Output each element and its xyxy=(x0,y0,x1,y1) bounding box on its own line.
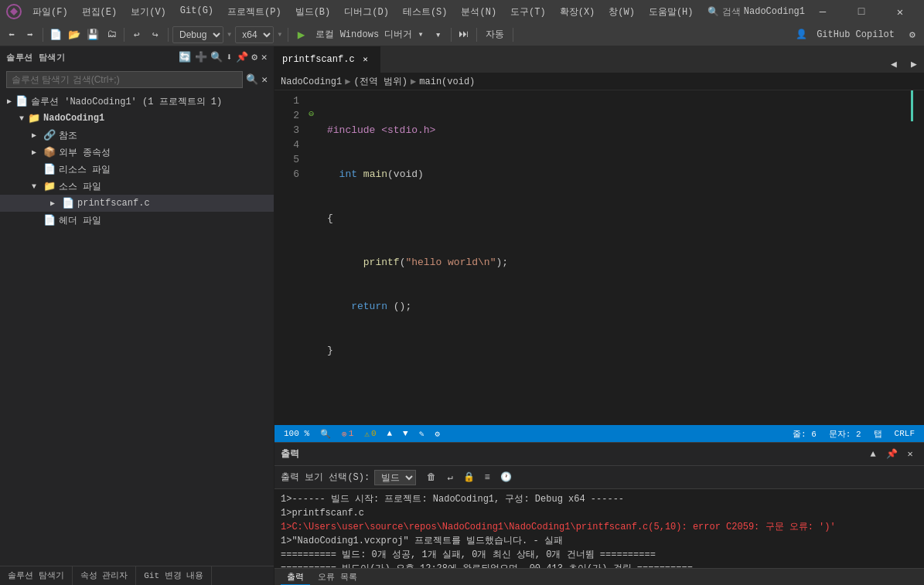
line-num-6: 6 xyxy=(274,167,299,182)
token-return-val: (); xyxy=(387,299,411,314)
error-count[interactable]: ⊗ 1 xyxy=(339,429,356,439)
error-icon: ⊗ xyxy=(342,429,347,439)
output-wrap-btn[interactable]: ↵ xyxy=(442,470,458,485)
run-button[interactable]: ▶ xyxy=(292,26,309,43)
line-num-5: 5 xyxy=(274,152,299,167)
search-status-icon[interactable]: 🔍 xyxy=(317,429,334,439)
output-lock-btn[interactable]: 🔒 xyxy=(461,470,476,485)
vertical-scrollbar[interactable] xyxy=(913,90,924,425)
menu-build[interactable]: 빌드(B) xyxy=(289,4,337,20)
separator-4 xyxy=(288,28,288,42)
copilot-button[interactable]: GitHub Copilot xyxy=(810,26,901,43)
references-node[interactable]: ▶ 🔗 참조 xyxy=(0,127,274,144)
close-sidebar-icon[interactable]: ✕ xyxy=(261,51,268,63)
output-clear-btn[interactable]: 🗑 xyxy=(424,470,439,485)
output-close-btn[interactable]: ✕ xyxy=(902,447,918,462)
open-folder-button[interactable]: 📂 xyxy=(66,26,83,43)
maximize-button[interactable]: □ xyxy=(844,0,879,23)
redo-button[interactable]: ↪ xyxy=(147,26,164,43)
resource-node[interactable]: 📄 리소스 파일 xyxy=(0,161,274,178)
solution-node[interactable]: ▶ 📄 솔루션 'NadoCoding1' (1 프로젝트의 1) xyxy=(0,93,274,110)
search-input[interactable] xyxy=(6,71,243,88)
menu-file[interactable]: 파일(F) xyxy=(26,4,74,20)
token-rparen-semi: ); xyxy=(496,255,508,270)
menu-tools[interactable]: 도구(T) xyxy=(504,4,552,20)
search-icon[interactable]: 🔍 xyxy=(246,73,258,86)
run-dropdown[interactable]: ▾ xyxy=(430,26,447,43)
pin-icon[interactable]: 📌 xyxy=(236,51,249,63)
minimize-button[interactable]: — xyxy=(805,0,840,23)
nav-up-btn[interactable]: ▲ xyxy=(384,429,395,438)
breadcrumb-symbol[interactable]: main(void) xyxy=(419,77,475,87)
menu-debug[interactable]: 디버그(D) xyxy=(338,4,395,20)
undo-button[interactable]: ↩ xyxy=(128,26,145,43)
separator-5 xyxy=(451,28,452,42)
new-file-button[interactable]: 📄 xyxy=(47,26,64,43)
output-up-btn[interactable]: ▲ xyxy=(865,447,881,462)
menu-extensions[interactable]: 확장(X) xyxy=(554,4,602,20)
editor-tab-printfscanf[interactable]: printfscanf.c ✕ xyxy=(274,46,380,73)
encoding-indicator[interactable]: CRLF xyxy=(892,429,918,438)
close-button[interactable]: ✕ xyxy=(882,0,918,23)
tab-property-manager[interactable]: 속성 관리자 xyxy=(73,566,137,585)
nav-down-btn[interactable]: ▼ xyxy=(400,429,411,438)
save-button[interactable]: 💾 xyxy=(84,26,101,43)
clear-search-icon[interactable]: ✕ xyxy=(261,73,268,86)
tab-scroll-right[interactable]: ▶ xyxy=(905,56,922,73)
tab-solution-explorer[interactable]: 솔루션 탐색기 xyxy=(0,566,73,585)
forward-button[interactable]: ➡ xyxy=(22,26,39,43)
token-string: "hello world\n" xyxy=(405,255,496,270)
tab-close-icon[interactable]: ✕ xyxy=(360,53,372,66)
breadcrumb-scope[interactable]: (전역 범위) xyxy=(353,75,407,88)
settings-status-icon[interactable]: ⚙ xyxy=(431,429,443,439)
warning-count[interactable]: ⚠ 0 xyxy=(361,429,379,439)
tab-scroll-left[interactable]: ◀ xyxy=(885,56,902,73)
collapse-arrow[interactable]: ⊖ xyxy=(309,108,314,120)
header-node[interactable]: 📄 헤더 파일 xyxy=(0,212,274,229)
tab-output[interactable]: 출력 xyxy=(281,570,310,585)
tab-error-list[interactable]: 오류 목록 xyxy=(312,570,363,584)
filter-icon[interactable]: 🔍 xyxy=(210,51,223,63)
output-timestamp-btn[interactable]: 🕐 xyxy=(498,470,513,485)
platform-dropdown[interactable]: x64 xyxy=(235,26,274,43)
breadcrumb-sep-2: ▶ xyxy=(411,76,416,87)
sync-icon[interactable]: 🔄 xyxy=(179,51,192,63)
external-deps-node[interactable]: ▶ 📦 외부 종속성 xyxy=(0,144,274,161)
settings-icon[interactable]: ⚙ xyxy=(251,51,257,63)
expand-icon: ▶ xyxy=(46,199,59,208)
code-content[interactable]: #include <stdio.h> int main (void) { pr xyxy=(321,90,898,425)
code-editor[interactable]: 1 2 3 4 5 6 ⊖ #include <stdio.h> xyxy=(274,90,924,425)
save-all-button[interactable]: 🗂 xyxy=(103,26,120,43)
menu-edit[interactable]: 편집(E) xyxy=(76,4,124,20)
menu-project[interactable]: 프로젝트(P) xyxy=(221,4,288,20)
tab-indicator[interactable]: 탭 xyxy=(871,428,885,440)
hdr-label: 헤더 파일 xyxy=(59,214,101,227)
menu-help[interactable]: 도움말(H) xyxy=(643,4,700,20)
printfscanf-node[interactable]: ▶ 📄 printfscanf.c xyxy=(0,195,274,212)
tab-git-changes[interactable]: Git 변경 내용 xyxy=(136,566,212,585)
menu-view[interactable]: 보기(V) xyxy=(124,4,172,20)
col-indicator[interactable]: 문자: 2 xyxy=(826,428,864,440)
menu-analyze[interactable]: 분석(N) xyxy=(455,4,503,20)
output-pin-btn[interactable]: 📌 xyxy=(884,447,899,462)
breadcrumb-project[interactable]: NadoCoding1 xyxy=(281,77,342,87)
line-num-2: 2 xyxy=(274,108,299,123)
menu-git[interactable]: Git(G) xyxy=(174,4,220,20)
project-node[interactable]: ▼ 📁 NadoCoding1 xyxy=(0,110,274,127)
menu-test[interactable]: 테스트(S) xyxy=(397,4,454,20)
menu-window[interactable]: 창(W) xyxy=(602,4,641,20)
debug-config-dropdown[interactable]: Debug xyxy=(172,26,223,43)
code-line-2: int main (void) xyxy=(327,167,892,182)
copilot-settings[interactable]: ⚙ xyxy=(904,26,921,43)
add-icon[interactable]: ➕ xyxy=(195,51,208,63)
step-over-button[interactable]: ⏭ xyxy=(455,26,472,43)
output-line-1: 1>------ 빌드 시작: 프로젝트: NadoCoding1, 구성: D… xyxy=(281,492,918,506)
output-source-select[interactable]: 빌드 xyxy=(374,470,416,485)
output-filter-btn[interactable]: ≡ xyxy=(479,470,495,485)
zoom-level[interactable]: 100 % xyxy=(281,429,312,438)
collapse-icon[interactable]: ⬇ xyxy=(227,51,233,63)
spell-icon[interactable]: ✎ xyxy=(416,429,428,439)
source-files-node[interactable]: ▼ 📁 소스 파일 xyxy=(0,178,274,195)
back-button[interactable]: ⬅ xyxy=(3,26,20,43)
row-indicator[interactable]: 줄: 6 xyxy=(789,428,820,440)
